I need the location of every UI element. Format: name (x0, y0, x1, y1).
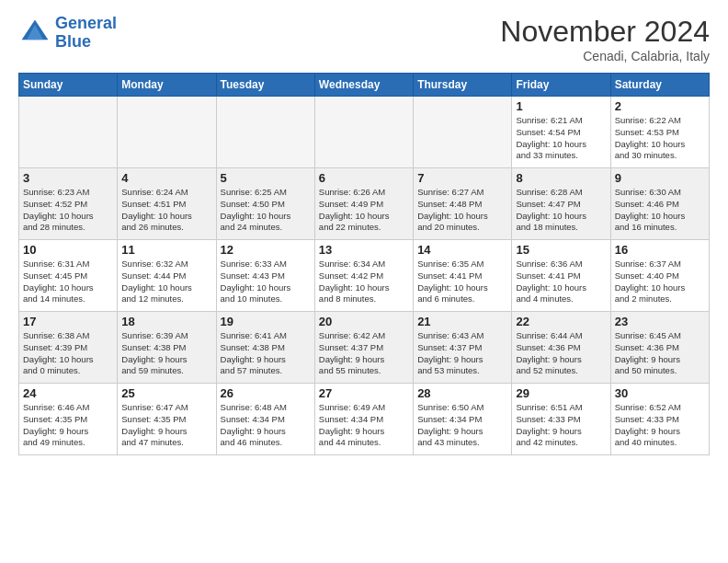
calendar-cell: 21Sunrise: 6:43 AM Sunset: 4:37 PM Dayli… (414, 312, 512, 384)
day-number: 26 (221, 386, 311, 400)
day-number: 24 (23, 386, 113, 400)
day-number: 3 (23, 171, 113, 185)
calendar-cell: 4Sunrise: 6:24 AM Sunset: 4:51 PM Daylig… (118, 168, 216, 240)
day-number: 25 (121, 386, 211, 400)
day-number: 12 (221, 243, 311, 257)
day-number: 18 (121, 315, 211, 328)
logo-text: General Blue (55, 15, 117, 52)
calendar-cell (314, 97, 413, 168)
calendar-week-row: 10Sunrise: 6:31 AM Sunset: 4:45 PM Dayli… (19, 240, 710, 312)
calendar-cell: 15Sunrise: 6:36 AM Sunset: 4:41 PM Dayli… (512, 240, 610, 312)
logo-icon (18, 17, 51, 50)
day-info: Sunrise: 6:31 AM Sunset: 4:45 PM Dayligh… (23, 259, 113, 305)
calendar-cell (216, 97, 314, 168)
day-info: Sunrise: 6:43 AM Sunset: 4:37 PM Dayligh… (417, 330, 507, 377)
day-number: 11 (121, 243, 211, 257)
day-number: 21 (417, 315, 507, 328)
day-number: 9 (615, 171, 705, 185)
calendar-cell: 22Sunrise: 6:44 AM Sunset: 4:36 PM Dayli… (512, 312, 610, 384)
title-block: November 2024 Cenadi, Calabria, Italy (500, 15, 710, 63)
calendar-cell: 23Sunrise: 6:45 AM Sunset: 4:36 PM Dayli… (610, 312, 709, 384)
day-info: Sunrise: 6:28 AM Sunset: 4:47 PM Dayligh… (516, 187, 606, 234)
weekday-header: Monday (118, 74, 216, 97)
day-number: 20 (319, 315, 409, 328)
header: General Blue November 2024 Cenadi, Calab… (18, 15, 710, 63)
calendar-cell: 14Sunrise: 6:35 AM Sunset: 4:41 PM Dayli… (414, 240, 512, 312)
day-info: Sunrise: 6:48 AM Sunset: 4:34 PM Dayligh… (221, 402, 311, 449)
day-number: 6 (319, 171, 409, 185)
calendar-cell: 17Sunrise: 6:38 AM Sunset: 4:39 PM Dayli… (19, 312, 118, 384)
day-number: 10 (23, 243, 113, 257)
day-info: Sunrise: 6:24 AM Sunset: 4:51 PM Dayligh… (121, 187, 211, 234)
day-number: 13 (319, 243, 409, 257)
calendar-cell: 1Sunrise: 6:21 AM Sunset: 4:54 PM Daylig… (512, 97, 610, 168)
day-number: 19 (221, 315, 311, 328)
calendar-cell: 12Sunrise: 6:33 AM Sunset: 4:43 PM Dayli… (216, 240, 314, 312)
calendar-cell (118, 97, 216, 168)
day-info: Sunrise: 6:26 AM Sunset: 4:49 PM Dayligh… (319, 187, 409, 234)
day-number: 15 (516, 243, 606, 257)
calendar-cell: 18Sunrise: 6:39 AM Sunset: 4:38 PM Dayli… (118, 312, 216, 384)
day-info: Sunrise: 6:34 AM Sunset: 4:42 PM Dayligh… (319, 259, 409, 305)
weekday-header: Thursday (414, 74, 512, 97)
day-info: Sunrise: 6:49 AM Sunset: 4:34 PM Dayligh… (319, 402, 409, 449)
day-info: Sunrise: 6:21 AM Sunset: 4:54 PM Dayligh… (516, 115, 606, 162)
day-number: 14 (417, 243, 507, 257)
calendar-cell: 5Sunrise: 6:25 AM Sunset: 4:50 PM Daylig… (216, 168, 314, 240)
day-info: Sunrise: 6:30 AM Sunset: 4:46 PM Dayligh… (615, 187, 705, 234)
calendar-cell: 28Sunrise: 6:50 AM Sunset: 4:34 PM Dayli… (414, 384, 512, 455)
day-info: Sunrise: 6:41 AM Sunset: 4:38 PM Dayligh… (221, 330, 311, 377)
day-number: 16 (615, 243, 705, 257)
day-number: 17 (23, 315, 113, 328)
day-number: 5 (221, 171, 311, 185)
logo-general: General (55, 14, 117, 32)
calendar-cell: 7Sunrise: 6:27 AM Sunset: 4:48 PM Daylig… (414, 168, 512, 240)
calendar-cell: 16Sunrise: 6:37 AM Sunset: 4:40 PM Dayli… (610, 240, 709, 312)
day-info: Sunrise: 6:25 AM Sunset: 4:50 PM Dayligh… (221, 187, 311, 234)
day-info: Sunrise: 6:33 AM Sunset: 4:43 PM Dayligh… (221, 259, 311, 305)
day-number: 27 (319, 386, 409, 400)
calendar-cell: 25Sunrise: 6:47 AM Sunset: 4:35 PM Dayli… (118, 384, 216, 455)
month-title: November 2024 (500, 15, 710, 49)
weekday-header: Saturday (610, 74, 709, 97)
page: General Blue November 2024 Cenadi, Calab… (0, 0, 728, 465)
day-info: Sunrise: 6:37 AM Sunset: 4:40 PM Dayligh… (615, 259, 705, 305)
day-number: 7 (417, 171, 507, 185)
calendar-week-row: 17Sunrise: 6:38 AM Sunset: 4:39 PM Dayli… (19, 312, 710, 384)
calendar-cell: 29Sunrise: 6:51 AM Sunset: 4:33 PM Dayli… (512, 384, 610, 455)
calendar-cell: 3Sunrise: 6:23 AM Sunset: 4:52 PM Daylig… (19, 168, 118, 240)
day-number: 8 (516, 171, 606, 185)
calendar-cell: 20Sunrise: 6:42 AM Sunset: 4:37 PM Dayli… (314, 312, 413, 384)
calendar-cell: 10Sunrise: 6:31 AM Sunset: 4:45 PM Dayli… (19, 240, 118, 312)
weekday-header: Friday (512, 74, 610, 97)
calendar-week-row: 1Sunrise: 6:21 AM Sunset: 4:54 PM Daylig… (19, 97, 710, 168)
day-info: Sunrise: 6:50 AM Sunset: 4:34 PM Dayligh… (417, 402, 507, 449)
day-number: 30 (615, 386, 705, 400)
day-info: Sunrise: 6:23 AM Sunset: 4:52 PM Dayligh… (23, 187, 113, 234)
calendar-week-row: 3Sunrise: 6:23 AM Sunset: 4:52 PM Daylig… (19, 168, 710, 240)
day-info: Sunrise: 6:46 AM Sunset: 4:35 PM Dayligh… (23, 402, 113, 449)
logo-blue: Blue (55, 32, 91, 51)
calendar-cell: 24Sunrise: 6:46 AM Sunset: 4:35 PM Dayli… (19, 384, 118, 455)
calendar-cell: 19Sunrise: 6:41 AM Sunset: 4:38 PM Dayli… (216, 312, 314, 384)
logo: General Blue (18, 15, 117, 52)
calendar-cell: 2Sunrise: 6:22 AM Sunset: 4:53 PM Daylig… (610, 97, 709, 168)
weekday-header: Tuesday (216, 74, 314, 97)
day-number: 29 (516, 386, 606, 400)
calendar-cell: 30Sunrise: 6:52 AM Sunset: 4:33 PM Dayli… (610, 384, 709, 455)
calendar-cell (19, 97, 118, 168)
calendar-table: SundayMondayTuesdayWednesdayThursdayFrid… (18, 73, 710, 455)
day-info: Sunrise: 6:45 AM Sunset: 4:36 PM Dayligh… (615, 330, 705, 377)
calendar-cell: 9Sunrise: 6:30 AM Sunset: 4:46 PM Daylig… (610, 168, 709, 240)
day-info: Sunrise: 6:52 AM Sunset: 4:33 PM Dayligh… (615, 402, 705, 449)
calendar-cell: 8Sunrise: 6:28 AM Sunset: 4:47 PM Daylig… (512, 168, 610, 240)
day-number: 23 (615, 315, 705, 328)
day-info: Sunrise: 6:47 AM Sunset: 4:35 PM Dayligh… (121, 402, 211, 449)
day-number: 28 (417, 386, 507, 400)
day-info: Sunrise: 6:38 AM Sunset: 4:39 PM Dayligh… (23, 330, 113, 377)
day-number: 4 (121, 171, 211, 185)
calendar-cell (414, 97, 512, 168)
day-info: Sunrise: 6:39 AM Sunset: 4:38 PM Dayligh… (121, 330, 211, 377)
day-info: Sunrise: 6:22 AM Sunset: 4:53 PM Dayligh… (615, 115, 705, 162)
day-info: Sunrise: 6:51 AM Sunset: 4:33 PM Dayligh… (516, 402, 606, 449)
